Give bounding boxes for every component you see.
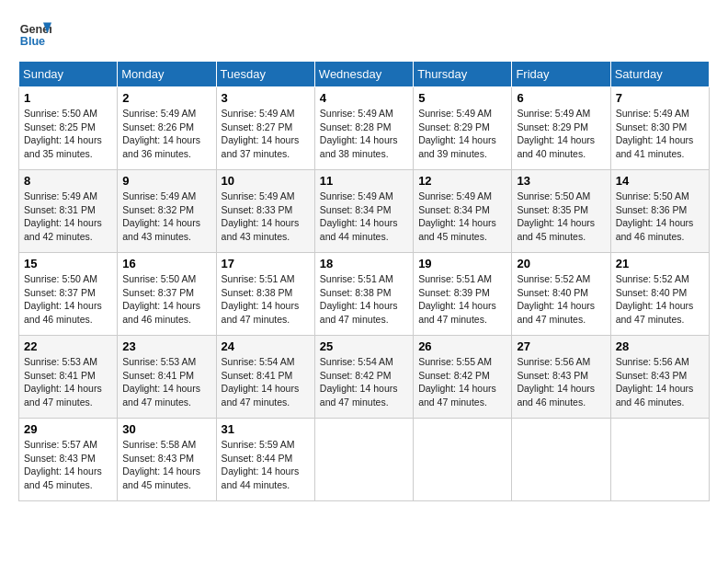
cell-info: Sunrise: 5:57 AMSunset: 8:43 PMDaylight:…	[24, 438, 112, 492]
calendar-cell: 11Sunrise: 5:49 AMSunset: 8:34 PMDayligh…	[314, 170, 413, 253]
day-number: 30	[122, 422, 210, 436]
day-number: 11	[320, 174, 408, 188]
weekday-header-friday: Friday	[512, 62, 610, 87]
calendar-cell	[414, 419, 512, 501]
calendar-cell: 21Sunrise: 5:52 AMSunset: 8:40 PMDayligh…	[610, 253, 709, 336]
calendar-cell: 8Sunrise: 5:49 AMSunset: 8:31 PMDaylight…	[19, 170, 118, 253]
calendar-cell: 9Sunrise: 5:49 AMSunset: 8:32 PMDaylight…	[118, 170, 216, 253]
cell-info: Sunrise: 5:49 AMSunset: 8:32 PMDaylight:…	[122, 190, 210, 244]
cell-info: Sunrise: 5:54 AMSunset: 8:41 PMDaylight:…	[222, 355, 310, 409]
day-number: 16	[122, 257, 210, 270]
calendar-cell: 16Sunrise: 5:50 AMSunset: 8:37 PMDayligh…	[118, 253, 216, 336]
calendar-cell: 10Sunrise: 5:49 AMSunset: 8:33 PMDayligh…	[216, 170, 314, 253]
day-number: 24	[222, 339, 310, 353]
cell-info: Sunrise: 5:50 AMSunset: 8:36 PMDaylight:…	[616, 190, 704, 244]
weekday-header-tuesday: Tuesday	[216, 62, 314, 87]
day-number: 12	[418, 174, 506, 188]
cell-info: Sunrise: 5:49 AMSunset: 8:30 PMDaylight:…	[616, 107, 704, 161]
svg-text:Blue: Blue	[20, 35, 45, 48]
cell-info: Sunrise: 5:49 AMSunset: 8:34 PMDaylight:…	[418, 190, 506, 244]
day-number: 18	[320, 257, 408, 270]
day-number: 20	[517, 257, 605, 270]
cell-info: Sunrise: 5:51 AMSunset: 8:38 PMDaylight:…	[320, 272, 408, 327]
cell-info: Sunrise: 5:50 AMSunset: 8:37 PMDaylight:…	[122, 272, 210, 327]
day-number: 22	[24, 339, 112, 353]
cell-info: Sunrise: 5:56 AMSunset: 8:43 PMDaylight:…	[616, 355, 704, 409]
calendar-cell: 20Sunrise: 5:52 AMSunset: 8:40 PMDayligh…	[512, 253, 610, 336]
day-number: 9	[122, 174, 210, 188]
calendar-cell: 27Sunrise: 5:56 AMSunset: 8:43 PMDayligh…	[512, 336, 610, 419]
calendar-cell: 22Sunrise: 5:53 AMSunset: 8:41 PMDayligh…	[19, 336, 118, 419]
page-header: General Blue	[18, 18, 710, 52]
calendar-cell: 28Sunrise: 5:56 AMSunset: 8:43 PMDayligh…	[610, 336, 709, 419]
day-number: 31	[222, 422, 310, 436]
calendar-week-row: 29Sunrise: 5:57 AMSunset: 8:43 PMDayligh…	[19, 419, 710, 501]
cell-info: Sunrise: 5:49 AMSunset: 8:33 PMDaylight:…	[222, 190, 310, 244]
calendar-table: SundayMondayTuesdayWednesdayThursdayFrid…	[18, 61, 710, 501]
calendar-cell: 13Sunrise: 5:50 AMSunset: 8:35 PMDayligh…	[512, 170, 610, 253]
weekday-header-monday: Monday	[118, 62, 216, 87]
cell-info: Sunrise: 5:49 AMSunset: 8:28 PMDaylight:…	[320, 107, 408, 161]
cell-info: Sunrise: 5:49 AMSunset: 8:27 PMDaylight:…	[222, 107, 310, 161]
calendar-header-row: SundayMondayTuesdayWednesdayThursdayFrid…	[19, 62, 710, 87]
day-number: 10	[222, 174, 310, 188]
calendar-cell	[314, 419, 413, 501]
calendar-cell: 4Sunrise: 5:49 AMSunset: 8:28 PMDaylight…	[314, 87, 413, 170]
calendar-cell	[512, 419, 610, 501]
day-number: 29	[24, 422, 112, 436]
weekday-header-thursday: Thursday	[414, 62, 512, 87]
day-number: 26	[418, 339, 506, 353]
calendar-cell	[610, 419, 709, 501]
calendar-cell: 19Sunrise: 5:51 AMSunset: 8:39 PMDayligh…	[414, 253, 512, 336]
calendar-week-row: 15Sunrise: 5:50 AMSunset: 8:37 PMDayligh…	[19, 253, 710, 336]
day-number: 7	[616, 91, 704, 105]
calendar-cell: 3Sunrise: 5:49 AMSunset: 8:27 PMDaylight…	[216, 87, 314, 170]
cell-info: Sunrise: 5:50 AMSunset: 8:25 PMDaylight:…	[24, 107, 112, 161]
calendar-cell: 7Sunrise: 5:49 AMSunset: 8:30 PMDaylight…	[610, 87, 709, 170]
calendar-cell: 5Sunrise: 5:49 AMSunset: 8:29 PMDaylight…	[414, 87, 512, 170]
logo-icon: General Blue	[18, 18, 51, 52]
cell-info: Sunrise: 5:51 AMSunset: 8:39 PMDaylight:…	[418, 272, 506, 327]
calendar-cell: 24Sunrise: 5:54 AMSunset: 8:41 PMDayligh…	[216, 336, 314, 419]
calendar-week-row: 22Sunrise: 5:53 AMSunset: 8:41 PMDayligh…	[19, 336, 710, 419]
calendar-cell: 25Sunrise: 5:54 AMSunset: 8:42 PMDayligh…	[314, 336, 413, 419]
cell-info: Sunrise: 5:53 AMSunset: 8:41 PMDaylight:…	[122, 355, 210, 409]
weekday-header-saturday: Saturday	[610, 62, 709, 87]
calendar-cell: 29Sunrise: 5:57 AMSunset: 8:43 PMDayligh…	[19, 419, 118, 501]
calendar-cell: 26Sunrise: 5:55 AMSunset: 8:42 PMDayligh…	[414, 336, 512, 419]
calendar-cell: 23Sunrise: 5:53 AMSunset: 8:41 PMDayligh…	[118, 336, 216, 419]
calendar-cell: 18Sunrise: 5:51 AMSunset: 8:38 PMDayligh…	[314, 253, 413, 336]
cell-info: Sunrise: 5:53 AMSunset: 8:41 PMDaylight:…	[24, 355, 112, 409]
calendar-cell: 6Sunrise: 5:49 AMSunset: 8:29 PMDaylight…	[512, 87, 610, 170]
cell-info: Sunrise: 5:54 AMSunset: 8:42 PMDaylight:…	[320, 355, 408, 409]
day-number: 28	[616, 339, 704, 353]
day-number: 27	[517, 339, 605, 353]
cell-info: Sunrise: 5:59 AMSunset: 8:44 PMDaylight:…	[222, 438, 310, 492]
calendar-cell: 17Sunrise: 5:51 AMSunset: 8:38 PMDayligh…	[216, 253, 314, 336]
calendar-week-row: 8Sunrise: 5:49 AMSunset: 8:31 PMDaylight…	[19, 170, 710, 253]
cell-info: Sunrise: 5:49 AMSunset: 8:34 PMDaylight:…	[320, 190, 408, 244]
day-number: 21	[616, 257, 704, 270]
cell-info: Sunrise: 5:49 AMSunset: 8:26 PMDaylight:…	[122, 107, 210, 161]
calendar-cell: 12Sunrise: 5:49 AMSunset: 8:34 PMDayligh…	[414, 170, 512, 253]
cell-info: Sunrise: 5:52 AMSunset: 8:40 PMDaylight:…	[517, 272, 605, 327]
day-number: 3	[222, 91, 310, 105]
weekday-header-wednesday: Wednesday	[314, 62, 413, 87]
cell-info: Sunrise: 5:52 AMSunset: 8:40 PMDaylight:…	[616, 272, 704, 327]
day-number: 15	[24, 257, 112, 270]
day-number: 23	[122, 339, 210, 353]
cell-info: Sunrise: 5:49 AMSunset: 8:31 PMDaylight:…	[24, 190, 112, 244]
day-number: 19	[418, 257, 506, 270]
day-number: 17	[222, 257, 310, 270]
day-number: 13	[517, 174, 605, 188]
calendar-cell: 14Sunrise: 5:50 AMSunset: 8:36 PMDayligh…	[610, 170, 709, 253]
calendar-cell: 31Sunrise: 5:59 AMSunset: 8:44 PMDayligh…	[216, 419, 314, 501]
cell-info: Sunrise: 5:50 AMSunset: 8:35 PMDaylight:…	[517, 190, 605, 244]
day-number: 5	[418, 91, 506, 105]
day-number: 1	[24, 91, 112, 105]
cell-info: Sunrise: 5:51 AMSunset: 8:38 PMDaylight:…	[222, 272, 310, 327]
weekday-header-sunday: Sunday	[19, 62, 118, 87]
cell-info: Sunrise: 5:49 AMSunset: 8:29 PMDaylight:…	[517, 107, 605, 161]
day-number: 4	[320, 91, 408, 105]
calendar-week-row: 1Sunrise: 5:50 AMSunset: 8:25 PMDaylight…	[19, 87, 710, 170]
